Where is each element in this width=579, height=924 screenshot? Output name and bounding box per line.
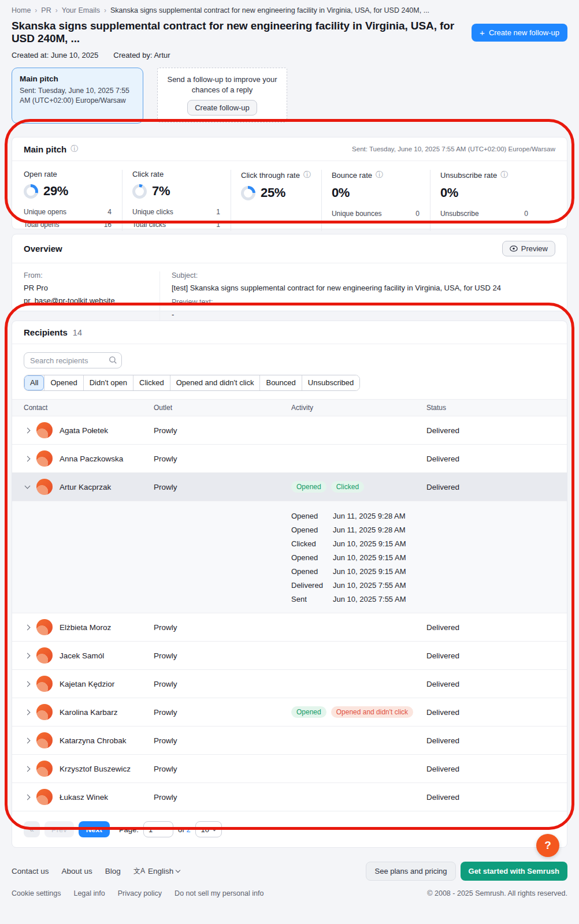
page-label: Page: [119, 825, 139, 834]
detail-value: 1 [216, 206, 220, 218]
footer-link-contact-us[interactable]: Contact us [12, 867, 49, 875]
metric-bounce-rate: Bounce rate ⓘ 0% Unique bounces0 [321, 170, 430, 231]
metric-label: Open rate [24, 170, 112, 178]
filter-opened[interactable]: Opened [44, 375, 83, 390]
contact-name: Elżbieta Moroz [60, 623, 111, 632]
avatar [36, 789, 53, 805]
open-rate-donut-chart [24, 184, 38, 199]
chevron-right-icon[interactable] [25, 624, 31, 630]
footer-link-cookie-settings[interactable]: Cookie settings [12, 889, 61, 897]
next-page-button[interactable]: Next [79, 821, 110, 837]
filter-bounced[interactable]: Bounced [259, 375, 301, 390]
preview-text-value: - [172, 310, 555, 319]
metric-value: 7% [152, 184, 170, 199]
footer-link-about-us[interactable]: About us [62, 867, 92, 875]
chevron-down-icon [212, 826, 217, 830]
table-row[interactable]: Łukasz Winek Prowly Delivered [12, 783, 567, 811]
metrics-row: Open rate 29% Unique opens4 Total opens1… [12, 161, 567, 231]
chevron-right-icon[interactable] [25, 456, 31, 461]
breadcrumb-current: Skanska signs supplemental contract for … [110, 6, 429, 14]
overview-title: Overview [24, 244, 62, 254]
filter-clicked[interactable]: Clicked [133, 375, 170, 390]
metric-label: Unsubscribe rate ⓘ [440, 170, 528, 180]
help-button[interactable]: ? [536, 834, 559, 857]
detail-value: 0 [415, 207, 420, 220]
breadcrumb-pr[interactable]: PR [41, 6, 51, 14]
language-label: English [148, 867, 173, 875]
create-follow-up-button[interactable]: Create follow-up [187, 100, 257, 116]
outlet: Prowly [154, 483, 291, 491]
plus-icon: + [480, 28, 485, 37]
breadcrumb-home[interactable]: Home [12, 6, 31, 14]
info-icon[interactable]: ⓘ [303, 170, 311, 180]
contact-name: Jacek Samól [60, 651, 104, 660]
footer-link-legal-info[interactable]: Legal info [73, 889, 105, 897]
created-at-text: Created at: June 10, 2025 [12, 51, 98, 59]
footer-link-do-not-sell[interactable]: Do not sell my personal info [175, 889, 263, 897]
table-row[interactable]: Krzysztof Buszewicz Prowly Delivered [12, 755, 567, 783]
page-number-input[interactable] [143, 821, 173, 837]
table-row[interactable]: Jacek Samól Prowly Delivered [12, 642, 567, 670]
table-row[interactable]: Agata Połetek Prowly Delivered [12, 416, 567, 445]
subject-value: [test] Skanska signs supplemental contra… [172, 284, 555, 292]
outlet: Prowly [154, 680, 291, 688]
table-row[interactable]: Karolina Karbarz Prowly Opened Opened an… [12, 698, 567, 726]
detail-label: Unsubscribe [440, 207, 479, 220]
info-icon[interactable]: ⓘ [70, 144, 78, 154]
chevron-down-icon[interactable] [25, 483, 31, 489]
footer-link-blog[interactable]: Blog [105, 867, 121, 875]
metric-unsubscribe-rate: Unsubscribe rate ⓘ 0% Unsubscribe0 [430, 170, 539, 231]
filter-opened-didnt-click[interactable]: Opened and didn't click [170, 375, 260, 390]
stats-panel-title: Main pitch ⓘ [24, 144, 78, 154]
filter-all[interactable]: All [24, 375, 44, 390]
chevron-right-icon[interactable] [25, 737, 31, 743]
create-new-follow-up-button[interactable]: + Create new follow-up [472, 24, 567, 42]
overview-panel-header: Overview Preview [12, 234, 567, 263]
metric-label: Click rate [132, 170, 220, 178]
detail-label: Total clicks [132, 218, 166, 231]
metric-value: 0% [332, 185, 350, 200]
table-row[interactable]: Kajetan Kędzior Prowly Delivered [12, 670, 567, 698]
language-selector[interactable]: 文A English [133, 866, 180, 876]
breadcrumb-your-emails[interactable]: Your Emails [62, 6, 100, 14]
created-by-text: Created by: Artur [113, 51, 170, 59]
see-plans-button[interactable]: See plans and pricing [366, 862, 455, 881]
get-started-button[interactable]: Get started with Semrush [461, 862, 567, 881]
chevron-right-icon[interactable] [25, 709, 31, 715]
copyright-text: © 2008 - 2025 Semrush. All rights reserv… [427, 889, 567, 897]
table-row[interactable]: Elżbieta Moroz Prowly Delivered [12, 613, 567, 642]
language-icon: 文A [133, 866, 145, 876]
chevron-right-icon[interactable] [25, 427, 31, 433]
activity-time: Jun 11, 2025 9:28 AM [333, 526, 406, 534]
preview-button[interactable]: Preview [502, 241, 555, 256]
table-row-expanded[interactable]: Artur Kacprzak Prowly Opened Clicked Del… [12, 473, 567, 501]
metric-label: Bounce rate ⓘ [332, 170, 420, 180]
stats-panel-header: Main pitch ⓘ Sent: Tuesday, June 10, 202… [12, 137, 567, 161]
outlet: Prowly [154, 426, 291, 435]
chevron-right-icon[interactable] [25, 766, 31, 772]
filter-unsubscribed[interactable]: Unsubscribed [302, 375, 360, 390]
info-icon[interactable]: ⓘ [500, 170, 508, 180]
filter-didnt-open[interactable]: Didn't open [83, 375, 133, 390]
chevron-right-icon[interactable] [25, 653, 31, 658]
table-row[interactable]: Katarzyna Chrobak Prowly Delivered [12, 726, 567, 755]
search-recipients-input[interactable] [24, 352, 122, 368]
status: Delivered [426, 708, 555, 717]
first-page-button[interactable]: « [24, 821, 40, 837]
main-pitch-card[interactable]: Main pitch Sent: Tuesday, June 10, 2025 … [12, 68, 143, 124]
recipients-panel: Recipients 14 All Opened Didn't open Cli… [12, 321, 567, 848]
outlet: Prowly [154, 623, 291, 632]
activity-time: Jun 10, 2025 7:55 AM [333, 581, 406, 590]
table-row[interactable]: Anna Paczkowska Prowly Delivered [12, 445, 567, 473]
chevron-right-icon[interactable] [25, 794, 31, 800]
chevron-right-icon[interactable] [25, 681, 31, 687]
footer-link-privacy-policy[interactable]: Privacy policy [118, 889, 162, 897]
per-page-select[interactable]: 10 [195, 821, 222, 837]
info-icon[interactable]: ⓘ [376, 170, 383, 180]
prev-page-button[interactable]: Prev [44, 821, 74, 837]
total-pages-link[interactable]: 2 [186, 825, 190, 834]
avatar [36, 422, 53, 438]
activity-event: Clicked [291, 539, 333, 548]
recipients-title: Recipients 14 [24, 327, 82, 337]
eye-icon [510, 245, 518, 252]
